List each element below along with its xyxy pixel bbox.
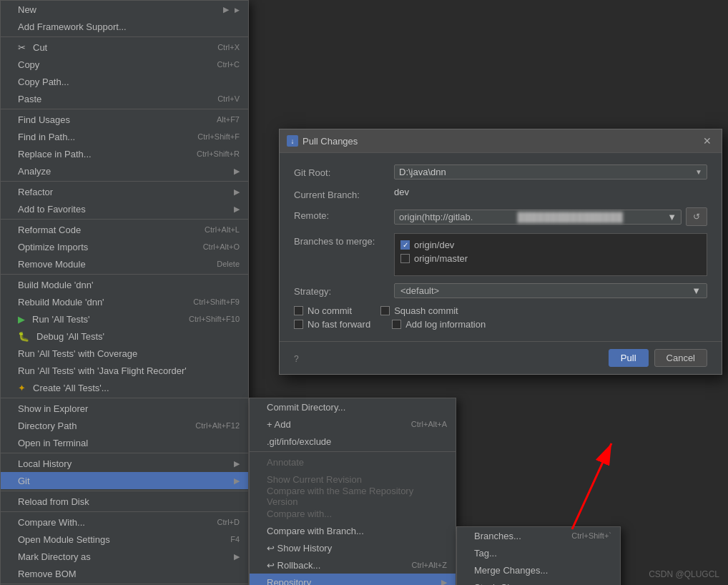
menu-item-reload[interactable]: Reload from Disk [1,493,248,510]
git-root-row: Git Root: D:\java\dnn ▼ [294,164,707,180]
remote-refresh-button[interactable]: ↺ [686,207,707,226]
menu-item-find-usages[interactable]: Find Usages Alt+F7 [1,111,248,128]
menu-item-optimize-imports[interactable]: Optimize Imports Ctrl+Alt+O [1,238,248,255]
add-log-checkbox[interactable] [392,320,401,329]
current-branch-row: Current Branch: dev [294,187,707,200]
git-compare-with[interactable]: Compare with... [250,505,456,522]
remote-select[interactable]: origin(http://gitlab. ████████████████ ▼ [394,210,682,225]
show-explorer-label: Show in Explorer [18,403,88,414]
menu-item-run-coverage[interactable]: Run 'All Tests' with Coverage [1,345,248,362]
git-exclude[interactable]: .git/info/exclude [250,433,456,450]
module-settings-label: Open Module Settings [18,534,110,545]
reformat-shortcut: Ctrl+Alt+L [205,225,240,234]
menu-item-module-settings[interactable]: Open Module Settings F4 [1,531,248,548]
git-repository[interactable]: Repository ▶ [250,574,456,585]
copy-shortcut: Ctrl+C [217,60,240,69]
menu-item-copy-path[interactable]: Copy Path... [1,73,248,90]
menu-item-new-label: New [18,4,36,15]
cancel-button[interactable]: Cancel [654,349,707,367]
sep8 [1,491,248,491]
repo-merge-changes[interactable]: Merge Changes... [457,561,620,579]
branches-section: ✓ origin/dev origin/master [394,233,707,276]
git-compare-same[interactable]: Compare with the Same Repository Version [250,488,456,505]
menu-item-rebuild-module[interactable]: Rebuild Module 'dnn' Ctrl+Shift+F9 [1,293,248,310]
pull-dialog-icon: ↓ [287,135,298,147]
menu-item-open-terminal[interactable]: Open in Terminal [1,434,248,451]
git-rollback[interactable]: ↩ Rollback... Ctrl+Alt+Z [250,556,456,574]
git-annotate[interactable]: Annotate [250,453,456,471]
find-in-path-shortcut: Ctrl+Shift+F [197,132,240,141]
strategy-select[interactable]: <default> ▼ [394,283,707,298]
remote-label: Remote: [294,207,394,221]
dialog-help-icon[interactable]: ? [294,354,299,364]
repo-tag[interactable]: Tag... [457,544,620,561]
menu-item-add-favorites[interactable]: Add to Favorites ▶ [1,200,248,217]
menu-item-mark-directory[interactable]: Mark Directory as ▶ [1,548,248,565]
menu-item-build-module[interactable]: Build Module 'dnn' [1,276,248,293]
refactor-label: Refactor [18,187,53,197]
no-commit-option: No commit [294,305,352,316]
sep6 [1,398,248,398]
menu-item-analyze[interactable]: Analyze ▶ [1,162,248,180]
no-fast-forward-option: No fast forward [294,319,370,330]
menu-item-compare[interactable]: Compare With... Ctrl+D [1,513,248,531]
branch-origin-dev-checkbox[interactable]: ✓ [400,240,410,250]
menu-item-replace-in-path[interactable]: Replace in Path... Ctrl+Shift+R [1,145,248,162]
git-compare-with-label: Compare with... [267,508,332,519]
remove-bom-label: Remove BOM [18,569,77,579]
no-commit-checkbox[interactable] [294,306,303,315]
compare-same-label: Compare with the Same Repository Version [267,486,447,507]
options-row1: No commit Squash commit [294,305,707,316]
repo-branches[interactable]: Branches... Ctrl+Shift+` [457,527,620,544]
git-root-select[interactable]: D:\java\dnn ▼ [394,164,707,180]
git-root-control[interactable]: D:\java\dnn ▼ [394,164,707,180]
menu-item-debug-tests[interactable]: 🐛Debug 'All Tests' [1,328,248,345]
local-history-arrow: ▶ [234,459,240,468]
rebuild-module-shortcut: Ctrl+Shift+F9 [193,298,240,306]
menu-item-cut[interactable]: ✂Cut Ctrl+X [1,39,248,56]
menu-item-run-recorder[interactable]: Run 'All Tests' with 'Java Flight Record… [1,362,248,379]
git-add[interactable]: + Add Ctrl+Alt+A [250,416,456,433]
run-tests-label: ▶Run 'All Tests' [18,314,90,325]
menu-item-add-framework[interactable]: Add Framework Support... [1,18,248,35]
exclude-label: .git/info/exclude [267,436,331,447]
no-fast-forward-checkbox[interactable] [294,320,303,329]
add-favorites-arrow: ▶ [234,205,240,214]
pull-button[interactable]: Pull [609,349,649,367]
repo-stash[interactable]: Stash Changes... [457,579,620,585]
strategy-row: Strategy: <default> ▼ [294,283,707,298]
menu-item-show-explorer[interactable]: Show in Explorer [1,400,248,417]
git-compare-branch[interactable]: Compare with Branch... [250,522,456,539]
repository-submenu: Branches... Ctrl+Shift+` Tag... Merge Ch… [456,526,621,585]
branch-origin-master-checkbox[interactable] [400,254,410,263]
menu-item-directory-path[interactable]: Directory Path Ctrl+Alt+F12 [1,417,248,434]
menu-item-remove-module[interactable]: Remove Module Delete [1,255,248,272]
menu-item-remove-bom[interactable]: Remove BOM [1,565,248,582]
git-commit-directory[interactable]: Commit Directory... [250,398,456,416]
sep3 [1,181,248,182]
show-history-label: ↩ Show History [267,543,332,554]
menu-item-copy[interactable]: Copy Ctrl+C [1,56,248,73]
squash-commit-option: Squash commit [380,305,458,316]
menu-item-run-tests[interactable]: ▶Run 'All Tests' Ctrl+Shift+F10 [1,310,248,328]
optimize-imports-shortcut: Ctrl+Alt+O [203,242,240,251]
run-tests-shortcut: Ctrl+Shift+F10 [189,315,240,323]
menu-item-reformat[interactable]: Reformat Code Ctrl+Alt+L [1,221,248,238]
menu-item-local-history[interactable]: Local History ▶ [1,455,248,472]
git-show-history[interactable]: ↩ Show History [250,539,456,556]
menu-item-git[interactable]: Git ▶ [1,472,248,489]
menu-item-find-in-path[interactable]: Find in Path... Ctrl+Shift+F [1,128,248,145]
squash-commit-checkbox[interactable] [380,306,390,315]
menu-item-refactor[interactable]: Refactor ▶ [1,183,248,200]
close-button[interactable]: ✕ [700,134,714,148]
menu-item-paste[interactable]: Paste Ctrl+V [1,90,248,107]
directory-path-shortcut: Ctrl+Alt+F12 [195,421,240,430]
menu-item-new[interactable]: New ▶ [1,1,248,18]
debug-tests-label: 🐛Debug 'All Tests' [18,331,104,342]
show-current-label: Show Current Revision [267,474,362,485]
replace-in-path-label: Replace in Path... [18,149,92,159]
menu-item-create-tests[interactable]: ✦Create 'All Tests'... [1,379,248,396]
git-root-label: Git Root: [294,164,394,178]
strategy-value: <default> [400,285,439,296]
rebuild-module-label: Rebuild Module 'dnn' [18,297,104,308]
